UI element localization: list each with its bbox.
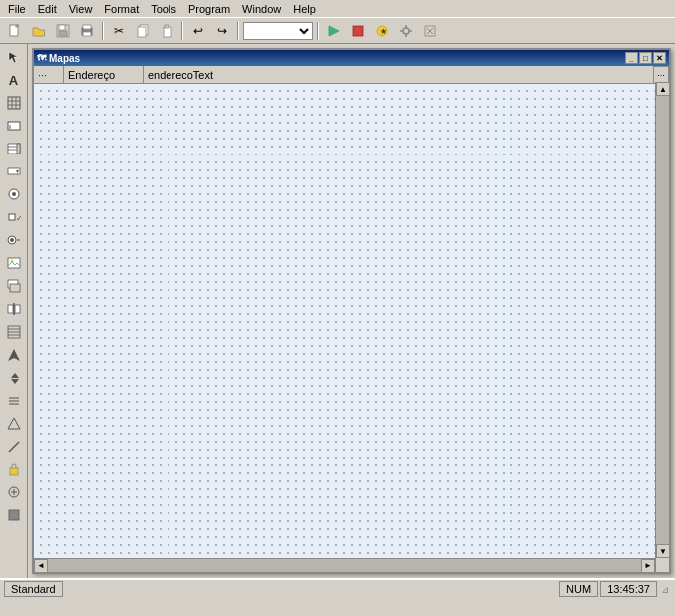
lock-tool[interactable] <box>3 459 25 480</box>
scroll-track-vertical[interactable] <box>656 96 669 558</box>
scroll-up-button[interactable]: ▲ <box>656 82 669 96</box>
option-tool[interactable] <box>3 183 25 205</box>
svg-point-16 <box>403 28 409 34</box>
svg-rect-7 <box>83 32 91 36</box>
mdi-window-buttons: _ □ ✕ <box>625 52 666 64</box>
sort-tool[interactable] <box>3 367 25 389</box>
svg-rect-9 <box>138 27 146 37</box>
svg-text:✓: ✓ <box>16 214 21 223</box>
status-bar: Standard NUM 13:45:37 ⊿ <box>0 578 675 598</box>
resize-grip[interactable]: ⊿ <box>659 583 671 595</box>
new-button[interactable] <box>4 21 26 41</box>
tab-order-tool[interactable] <box>3 481 25 503</box>
grid-col-rownum: ··· <box>34 66 64 83</box>
svg-rect-3 <box>59 25 65 30</box>
mdi-window-mapas: 🗺 Mapas _ □ ✕ ··· Endereço <box>32 48 671 574</box>
menu-window[interactable]: Window <box>236 2 287 16</box>
grid-col-endereco[interactable]: Endereço <box>64 66 144 83</box>
menu-edit[interactable]: Edit <box>32 2 63 16</box>
svg-rect-45 <box>8 258 20 268</box>
scroll-track-horizontal[interactable] <box>48 559 641 572</box>
app-window: File Edit View Format Tools Program Wind… <box>0 0 675 598</box>
svg-rect-40 <box>9 214 15 220</box>
svg-rect-1 <box>16 25 18 27</box>
text-tool[interactable]: A <box>3 69 25 91</box>
status-left: Standard <box>4 581 63 597</box>
status-num: NUM <box>559 581 598 597</box>
row-num-label: ··· <box>38 69 47 81</box>
select-tool[interactable] <box>3 46 25 68</box>
mdi-minimize-button[interactable]: _ <box>625 52 638 64</box>
draw-tool[interactable] <box>3 413 25 435</box>
radio-tool[interactable] <box>3 229 25 251</box>
subform-tool[interactable] <box>3 275 25 297</box>
grid-body[interactable] <box>34 84 669 572</box>
menu-format[interactable]: Format <box>98 2 145 16</box>
left-toolbar: A ✓ <box>0 44 28 578</box>
mdi-window-title: Mapas <box>49 53 80 64</box>
menu-bar: File Edit View Format Tools Program Wind… <box>0 0 675 18</box>
close-tb-button[interactable] <box>419 21 441 41</box>
svg-marker-57 <box>11 373 19 378</box>
grid-header: ··· Endereço enderecoText ··· <box>34 66 669 84</box>
svg-rect-50 <box>8 305 13 313</box>
svg-rect-13 <box>353 26 363 36</box>
svg-marker-56 <box>8 349 20 361</box>
separator-4 <box>317 22 319 40</box>
tools-button[interactable] <box>395 21 417 41</box>
menu-tools[interactable]: Tools <box>145 2 182 16</box>
run-button[interactable] <box>323 21 345 41</box>
menu-program[interactable]: Program <box>182 2 236 16</box>
save-button[interactable] <box>52 21 74 41</box>
line-tool[interactable] <box>3 436 25 458</box>
grid-col-enderecotext[interactable]: enderecoText <box>144 66 669 83</box>
print-button[interactable] <box>76 21 98 41</box>
separator-2 <box>181 22 183 40</box>
svg-rect-4 <box>59 31 67 36</box>
mdi-content: ··· Endereço enderecoText ··· ▲ ▼ ◄ <box>34 66 669 572</box>
table-tool[interactable] <box>3 92 25 114</box>
mdi-window-icon: 🗺 <box>37 53 46 63</box>
menu-view[interactable]: View <box>63 2 99 16</box>
wizard-button[interactable]: ★ <box>371 21 393 41</box>
mdi-title-bar: 🗺 Mapas _ □ ✕ <box>34 50 669 66</box>
scroll-left-button[interactable]: ◄ <box>34 559 48 573</box>
list-tool[interactable] <box>3 138 25 159</box>
mdi-close-button[interactable]: ✕ <box>653 52 666 64</box>
svg-rect-51 <box>15 305 20 313</box>
check-tool[interactable]: ✓ <box>3 206 25 228</box>
paste-button[interactable] <box>156 21 177 41</box>
svg-rect-48 <box>10 284 20 292</box>
stop-button[interactable] <box>347 21 369 41</box>
grid-tool[interactable] <box>3 321 25 343</box>
scroll-down-button[interactable]: ▼ <box>656 544 669 558</box>
svg-rect-64 <box>10 468 18 475</box>
combo-tool[interactable] <box>3 160 25 182</box>
status-mode: Standard <box>4 581 63 597</box>
menu-help[interactable]: Help <box>287 2 322 16</box>
content-area: 🗺 Mapas _ □ ✕ ··· Endereço <box>28 44 675 578</box>
wizard-tool[interactable] <box>3 504 25 526</box>
scroll-right-button[interactable]: ► <box>641 559 655 573</box>
redo-button[interactable]: ↪ <box>211 21 233 41</box>
status-right: NUM 13:45:37 ⊿ <box>559 581 671 597</box>
menu-file[interactable]: File <box>2 2 32 16</box>
nav-tool[interactable] <box>3 344 25 366</box>
image-tool[interactable] <box>3 252 25 274</box>
svg-rect-25 <box>8 97 20 109</box>
mdi-maximize-button[interactable]: □ <box>639 52 652 64</box>
split-tool[interactable] <box>3 298 25 320</box>
cut-button[interactable]: ✂ <box>108 21 130 41</box>
svg-point-43 <box>10 238 14 242</box>
align-tool[interactable] <box>3 390 25 412</box>
style-dropdown[interactable] <box>243 22 313 40</box>
field-tool[interactable] <box>3 115 25 137</box>
svg-marker-12 <box>329 26 339 36</box>
svg-marker-62 <box>8 418 20 429</box>
copy-button[interactable] <box>132 21 154 41</box>
open-button[interactable] <box>28 21 50 41</box>
svg-rect-68 <box>9 510 19 520</box>
undo-button[interactable]: ↩ <box>187 21 209 41</box>
svg-text:★: ★ <box>380 27 387 36</box>
svg-rect-6 <box>83 25 91 29</box>
